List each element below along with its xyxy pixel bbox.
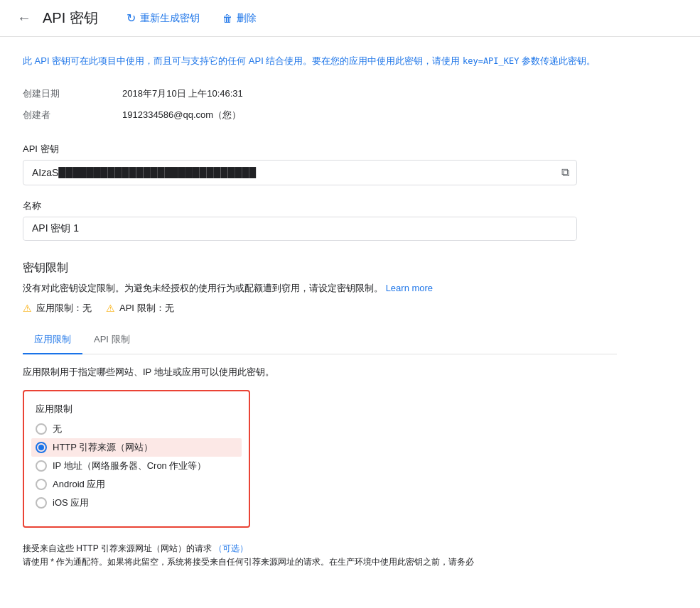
radio-android[interactable]: Android 应用 [36, 478, 237, 491]
warning-row: ⚠ 应用限制：无 ⚠ API 限制：无 [23, 302, 617, 315]
main-content: 此 API 密钥可在此项目中使用，而且可与支持它的任何 API 结合使用。要在您… [0, 37, 640, 586]
radio-ip-circle [36, 460, 47, 472]
meta-table: 创建日期 2018年7月10日 上午10:46:31 创建者 191233458… [23, 83, 617, 126]
name-input-wrap [23, 217, 577, 241]
radio-none-circle [36, 423, 47, 435]
created-label: 创建日期 [23, 87, 122, 100]
radio-none-label: 无 [53, 423, 62, 435]
radio-ip[interactable]: IP 地址（网络服务器、Cron 作业等） [36, 460, 237, 472]
api-key-label: API 密钥 [23, 143, 617, 156]
api-key-input-wrap: ⧉ [23, 160, 577, 185]
radio-android-circle [36, 479, 47, 490]
delete-label: 删除 [237, 12, 257, 25]
page-header: ← API 密钥 ↻ 重新生成密钥 🗑 删除 [0, 0, 700, 37]
name-label: 名称 [23, 200, 617, 212]
footer-line1: 接受来自这些 HTTP 引荐来源网址（网站）的请求 [23, 543, 212, 553]
trash-icon: 🗑 [222, 13, 232, 24]
footer-optional-link[interactable]: （可选） [214, 543, 248, 553]
footer-text: 接受来自这些 HTTP 引荐来源网址（网站）的请求 （可选） 请使用 * 作为通… [23, 542, 617, 569]
warning-app-text: 应用限制：无 [36, 302, 92, 315]
creator-label: 创建者 [23, 109, 122, 121]
name-section: 名称 [23, 200, 617, 241]
delete-button[interactable]: 🗑 删除 [222, 12, 257, 25]
creator-value: 1912334586@qq.com（您） [122, 109, 241, 121]
warning-app-icon: ⚠ [23, 303, 32, 314]
footer-line2: 请使用 * 作为通配符。如果将此留空，系统将接受来自任何引荐来源网址的请求。在生… [23, 557, 474, 567]
back-button[interactable]: ← [17, 10, 31, 26]
meta-row-creator: 创建者 1912334586@qq.com（您） [23, 104, 617, 126]
radio-http-label: HTTP 引荐来源（网站） [53, 441, 153, 454]
radio-ios[interactable]: iOS 应用 [36, 496, 237, 509]
api-key-input[interactable] [23, 161, 554, 184]
page-title: API 密钥 [43, 9, 98, 28]
restriction-box-title: 应用限制 [36, 403, 237, 416]
copy-button[interactable]: ⧉ [554, 161, 576, 185]
refresh-icon: ↻ [126, 11, 136, 25]
api-key-section: API 密钥 ⧉ [23, 143, 617, 185]
radio-none[interactable]: 无 [36, 423, 237, 435]
warning-app: ⚠ 应用限制：无 [23, 302, 92, 315]
created-value: 2018年7月10日 上午10:46:31 [122, 87, 243, 100]
info-paragraph: 此 API 密钥可在此项目中使用，而且可与支持它的任何 API 结合使用。要在您… [23, 54, 617, 69]
restriction-box: 应用限制 无 HTTP 引荐来源（网站） IP 地址（网络服务器、Cron 作业… [23, 390, 250, 528]
info-line1: 此 API 密钥可在此项目中使用，而且可与支持它的任何 API 结合使用。要在您… [23, 55, 460, 66]
info-code: key=API_KEY [463, 56, 519, 66]
tab-api-restrictions[interactable]: API 限制 [82, 326, 141, 354]
warning-api-icon: ⚠ [106, 303, 115, 314]
meta-row-created: 创建日期 2018年7月10日 上午10:46:31 [23, 83, 617, 104]
info-line2: 参数传递此密钥。 [522, 55, 596, 66]
restriction-description: 没有对此密钥设定限制。为避免未经授权的使用行为或配额遭到窃用，请设定密钥限制。 … [23, 281, 617, 296]
restrictions-title: 密钥限制 [23, 261, 617, 276]
warning-api: ⚠ API 限制：无 [106, 302, 174, 315]
name-input[interactable] [23, 217, 576, 240]
radio-ios-circle [36, 497, 47, 509]
radio-http[interactable]: HTTP 引荐来源（网站） [31, 438, 242, 457]
radio-ip-label: IP 地址（网络服务器、Cron 作业等） [53, 460, 206, 472]
regenerate-button[interactable]: ↻ 重新生成密钥 [126, 11, 200, 25]
tab-description: 应用限制用于指定哪些网站、IP 地址或应用可以使用此密钥。 [23, 366, 617, 379]
tabs-bar: 应用限制 API 限制 [23, 326, 617, 354]
learn-more-link[interactable]: Learn more [386, 283, 433, 293]
tab-app-restrictions[interactable]: 应用限制 [23, 326, 82, 354]
regenerate-label: 重新生成密钥 [140, 12, 200, 25]
warning-api-text: API 限制：无 [119, 302, 174, 315]
radio-android-label: Android 应用 [53, 478, 105, 491]
radio-http-circle [36, 442, 47, 453]
radio-ios-label: iOS 应用 [53, 496, 89, 509]
